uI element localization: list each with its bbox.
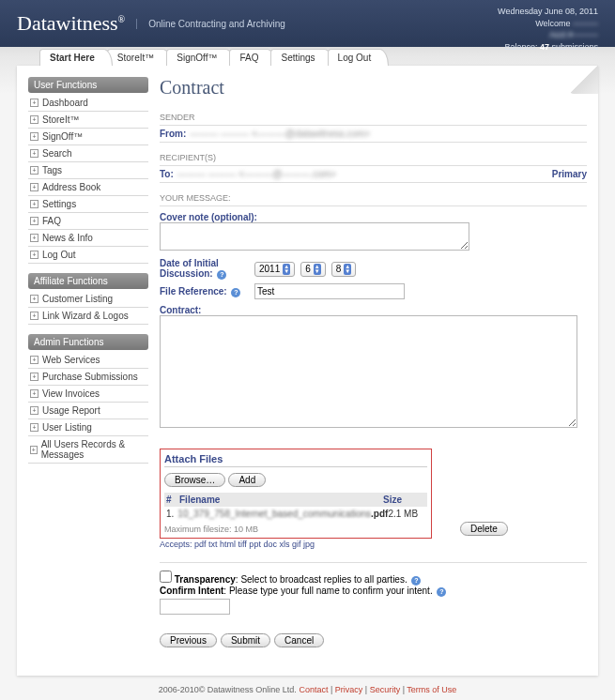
header: Datawitness® Online Contracting and Arch… (0, 0, 615, 47)
month-stepper[interactable]: 6▲▼ (300, 262, 326, 277)
sidebar-item-logout[interactable]: +Log Out (28, 247, 148, 264)
from-row: From: ——— ——— <———@datawitness.com> (160, 126, 587, 143)
contract-input[interactable] (160, 315, 577, 428)
year-stepper[interactable]: 2011▲▼ (254, 262, 295, 277)
info-icon[interactable]: ? (231, 288, 240, 297)
browse-button[interactable]: Browse… (164, 473, 225, 487)
tab-storeit[interactable]: StoreIt™ (107, 49, 172, 66)
attach-heading: Attach Files (164, 453, 427, 467)
sidebar-user-header: User Functions (28, 77, 148, 93)
sidebar-item-web-services[interactable]: +Web Services (28, 352, 148, 369)
cover-note-input[interactable] (160, 222, 469, 251)
tab-faq[interactable]: FAQ (229, 49, 276, 66)
previous-button[interactable]: Previous (160, 633, 217, 647)
day-stepper[interactable]: 8▲▼ (331, 262, 357, 277)
plus-icon: + (30, 312, 38, 320)
plus-icon: + (30, 251, 38, 259)
sidebar: User Functions +Dashboard +StoreIt™ +Sig… (28, 77, 148, 664)
plus-icon: + (30, 406, 38, 415)
accepts-note: Accepts: pdf txt html tiff ppt doc xls g… (160, 540, 587, 549)
tagline: Online Contracting and Archiving (136, 19, 285, 29)
sidebar-item-link-wizard[interactable]: +Link Wizard & Logos (28, 308, 148, 325)
plus-icon: + (30, 389, 38, 398)
plus-icon: + (30, 295, 38, 303)
cancel-button[interactable]: Cancel (274, 633, 324, 647)
sidebar-item-tags[interactable]: +Tags (28, 162, 148, 179)
content: Contract SENDER From: ——— ——— <———@dataw… (160, 77, 587, 664)
confirm-row: Confirm Intent: Please type your full na… (160, 586, 587, 615)
plus-icon: + (30, 200, 38, 208)
sidebar-item-usage-report[interactable]: +Usage Report (28, 403, 148, 419)
sidebar-item-signoff[interactable]: +SignOff™ (28, 129, 148, 145)
max-filesize-note: Maximum filesize: 10 MB (164, 525, 427, 534)
your-message-section: YOUR MESSAGE: (160, 190, 587, 206)
file-table-header: # Filename Size (164, 493, 427, 507)
contract-label: Contract: (160, 305, 587, 315)
sidebar-item-search[interactable]: +Search (28, 145, 148, 162)
info-icon[interactable]: ? (437, 587, 446, 597)
header-info: Wednesday June 08, 2011 Welcome ——— Acct… (498, 6, 598, 53)
tab-start-here[interactable]: Start Here (39, 49, 113, 66)
page-title: Contract (160, 77, 587, 99)
sidebar-item-dashboard[interactable]: +Dashboard (28, 95, 148, 112)
footer: 2006-2010© Datawitness Online Ltd. Conta… (0, 676, 615, 700)
add-button[interactable]: Add (228, 473, 266, 487)
info-icon[interactable]: ? (411, 576, 421, 586)
submit-button[interactable]: Submit (221, 633, 270, 647)
footer-security[interactable]: Security (370, 685, 401, 694)
transparency-row: Transparency: Select to broadcast replie… (160, 571, 587, 586)
confirm-input[interactable] (160, 599, 230, 615)
plus-icon: + (30, 149, 38, 158)
sidebar-admin-header: Admin Functions (28, 334, 148, 350)
primary-badge: Primary (552, 169, 587, 179)
transparency-checkbox[interactable] (160, 571, 172, 583)
sidebar-item-faq[interactable]: +FAQ (28, 213, 148, 230)
sidebar-affiliate-header: Affiliate Functions (28, 273, 148, 289)
sidebar-item-customer-listing[interactable]: +Customer Listing (28, 291, 148, 308)
sidebar-item-addressbook[interactable]: +Address Book (28, 179, 148, 196)
sidebar-item-all-users-records[interactable]: +All Users Records & Messages (28, 436, 148, 464)
sidebar-item-view-invoices[interactable]: +View Invoices (28, 386, 148, 403)
to-row: To: ——— ——— <———@———.com> Primary (160, 166, 587, 183)
date-label: Date of Initial Discussion: ? (160, 258, 249, 280)
tab-signoff[interactable]: SignOff™ (166, 49, 235, 66)
plus-icon: + (30, 356, 38, 364)
info-icon[interactable]: ? (217, 270, 226, 280)
file-row: 1. 10_379_758_Internet_based_communicati… (164, 507, 427, 521)
plus-icon: + (30, 115, 38, 124)
plus-icon: + (30, 446, 38, 454)
fileref-input[interactable] (254, 283, 405, 299)
footer-contact[interactable]: Contact (299, 685, 328, 694)
fileref-label: File Reference: ? (160, 286, 249, 297)
sidebar-item-user-listing[interactable]: +User Listing (28, 419, 148, 436)
plus-icon: + (30, 166, 38, 175)
plus-icon: + (30, 423, 38, 432)
plus-icon: + (30, 217, 38, 225)
recipients-section: RECIPIENT(S) (160, 150, 587, 166)
sidebar-item-purchase-submissions[interactable]: +Purchase Submissions (28, 369, 148, 386)
sender-section: SENDER (160, 110, 587, 126)
sidebar-item-storeit[interactable]: +StoreIt™ (28, 112, 148, 129)
tab-settings[interactable]: Settings (270, 49, 332, 66)
plus-icon: + (30, 99, 38, 107)
plus-icon: + (30, 234, 38, 242)
sidebar-item-settings[interactable]: +Settings (28, 196, 148, 213)
plus-icon: + (30, 132, 38, 141)
page-corner-icon (570, 66, 598, 94)
delete-button[interactable]: Delete (460, 522, 508, 536)
header-date: Wednesday June 08, 2011 (498, 6, 598, 18)
plus-icon: + (30, 183, 38, 191)
cover-note-label: Cover note (optional): (160, 212, 587, 222)
sidebar-item-news[interactable]: +News & Info (28, 230, 148, 247)
tab-logout[interactable]: Log Out (328, 49, 390, 66)
attach-files-box: Attach Files Browse… Add # Filename Size… (160, 449, 432, 539)
footer-privacy[interactable]: Privacy (335, 685, 363, 694)
plus-icon: + (30, 373, 38, 381)
footer-terms[interactable]: Terms of Use (407, 685, 456, 694)
logo: Datawitness® (17, 11, 125, 36)
